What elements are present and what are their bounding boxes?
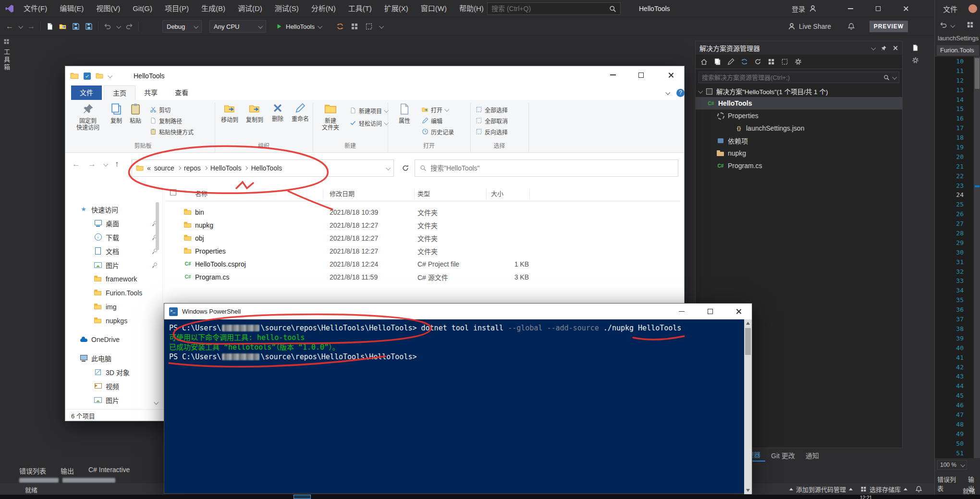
- column-separator[interactable]: [414, 189, 415, 199]
- menu-item[interactable]: 视图(V): [90, 0, 126, 17]
- menu-item[interactable]: 文件(F): [17, 0, 53, 17]
- close-button[interactable]: [895, 0, 917, 17]
- zoom-control[interactable]: 100 %: [937, 460, 967, 470]
- ribbon-move-to-button[interactable]: 移动到: [218, 103, 241, 123]
- quick-access-folder-icon[interactable]: [96, 72, 103, 80]
- ribbon-pin-button[interactable]: 固定到 快速访问: [71, 103, 105, 131]
- scrollbar-thumb[interactable]: [975, 58, 980, 89]
- menu-item[interactable]: 测试(S): [269, 0, 305, 17]
- nav-item[interactable]: OneDrive: [69, 332, 160, 346]
- undo-dropdown-icon[interactable]: [116, 24, 121, 28]
- ribbon-tab[interactable]: 查看: [166, 85, 197, 100]
- menu-item[interactable]: 工具(T): [342, 0, 378, 17]
- ribbon-new-item-button[interactable]: 新建项目: [350, 106, 388, 115]
- start-debugging-button[interactable]: HelloTools: [273, 20, 324, 33]
- column-size[interactable]: 大小: [491, 189, 503, 198]
- toolbar-layout-icon[interactable]: [365, 23, 373, 30]
- explorer-search-input[interactable]: [430, 164, 673, 172]
- live-share-button[interactable]: Live Share: [788, 17, 831, 36]
- back-dropdown-icon[interactable]: [18, 24, 23, 28]
- docked-document-icon[interactable]: [912, 44, 919, 51]
- ribbon-history-button[interactable]: 历史记录: [422, 127, 454, 136]
- breadcrumb-item[interactable]: HelloTools: [251, 164, 282, 172]
- switch-views-icon[interactable]: [714, 58, 721, 65]
- pending-changes-icon[interactable]: [727, 58, 735, 65]
- notifications-bell-icon[interactable]: [915, 486, 922, 493]
- help-icon[interactable]: ?: [676, 89, 685, 97]
- nav-item[interactable]: 快速访问: [69, 202, 160, 216]
- column-type[interactable]: 类型: [417, 189, 430, 198]
- pin-icon[interactable]: [881, 45, 887, 51]
- tree-item[interactable]: Program.cs: [696, 159, 902, 172]
- menu-item[interactable]: 项目(P): [159, 0, 195, 17]
- toolbox-tab[interactable]: 工具箱: [2, 38, 11, 72]
- up-button[interactable]: ↑: [115, 159, 119, 169]
- nav-item[interactable]: 文档: [69, 244, 160, 258]
- sign-in-button[interactable]: 登录: [792, 0, 817, 17]
- explorer-search-box[interactable]: [415, 159, 678, 177]
- ribbon-copy-path-button[interactable]: 复制路径: [150, 116, 182, 125]
- column-separator[interactable]: [486, 189, 487, 199]
- chevron-down-icon[interactable]: [379, 24, 384, 28]
- ribbon-rename-button[interactable]: 重命名: [289, 103, 311, 122]
- select-all-checkbox[interactable]: [170, 189, 176, 195]
- add-to-source-control-button[interactable]: 添加到源代码管理: [789, 485, 853, 494]
- tree-expand-arrow[interactable]: [698, 88, 703, 93]
- console-scrollbar[interactable]: [744, 319, 752, 494]
- menu-item[interactable]: 生成(B): [195, 0, 232, 17]
- nav-item[interactable]: 下载: [69, 230, 160, 244]
- minimize-button[interactable]: [671, 304, 692, 319]
- ribbon-edit-button[interactable]: 编辑: [422, 116, 442, 125]
- menu-item[interactable]: 帮助(H): [453, 0, 490, 17]
- properties-icon[interactable]: [795, 58, 802, 65]
- breadcrumb-item[interactable]: repos: [184, 164, 207, 172]
- hot-reload-icon[interactable]: [336, 23, 344, 30]
- navigate-icon[interactable]: [940, 21, 947, 29]
- scrollbar-thumb[interactable]: [745, 328, 751, 355]
- show-all-files-icon[interactable]: [781, 58, 788, 65]
- open-folder-icon[interactable]: [59, 23, 67, 30]
- breadcrumb-item[interactable]: HelloTools: [210, 164, 248, 172]
- nav-item[interactable]: 视频: [69, 379, 160, 393]
- ribbon-select-none-button[interactable]: 全部取消: [476, 116, 508, 125]
- ribbon-delete-button[interactable]: 删除: [268, 103, 287, 122]
- vs-search-input[interactable]: [491, 5, 609, 12]
- nav-scrollbar-thumb[interactable]: [156, 202, 159, 250]
- maximize-button[interactable]: [867, 0, 889, 17]
- window-layout-icon[interactable]: [967, 21, 974, 28]
- bottom-panel-tab[interactable]: C# Interactive: [88, 466, 130, 475]
- select-repository-button[interactable]: 选择存储库: [860, 485, 907, 494]
- new-project-icon[interactable]: [46, 23, 54, 30]
- panel-tab[interactable]: 错误列表: [937, 475, 961, 493]
- file-row[interactable]: Program.cs 2021/8/18 11:59 C# 源文件 3 KB: [184, 270, 529, 283]
- ribbon-tab[interactable]: 主页: [104, 85, 135, 100]
- ribbon-easy-access-button[interactable]: 轻松访问: [350, 118, 388, 128]
- ribbon-open-button[interactable]: 打开: [422, 105, 448, 114]
- menu-item[interactable]: 分析(N): [305, 0, 342, 17]
- sync-icon[interactable]: [741, 58, 748, 65]
- menu-item[interactable]: Git(G): [126, 0, 159, 17]
- account-avatar[interactable]: [968, 4, 977, 13]
- toolbar-window-icon[interactable]: [351, 23, 358, 30]
- nav-item[interactable]: Furion.Tools: [69, 286, 160, 300]
- document-tab[interactable]: launchSettings: [938, 35, 979, 42]
- nav-item[interactable]: nupkgs: [69, 314, 160, 328]
- tree-item[interactable]: 依赖项: [696, 134, 902, 147]
- ribbon-properties-button[interactable]: 属性: [393, 103, 416, 124]
- address-dropdown-icon[interactable]: [386, 165, 391, 170]
- powershell-titlebar[interactable]: Windows PowerShell: [164, 304, 752, 319]
- nav-item[interactable]: framework: [69, 272, 160, 286]
- menu-item[interactable]: 窗口(W): [415, 0, 453, 17]
- bottom-panel-tab[interactable]: 输出: [61, 466, 74, 475]
- home-icon[interactable]: [700, 58, 708, 65]
- nav-item[interactable]: 图片: [69, 258, 160, 272]
- ribbon-tab[interactable]: 共享: [135, 85, 166, 100]
- minimize-button[interactable]: [603, 66, 623, 84]
- maximize-button[interactable]: [631, 66, 650, 84]
- code-editor[interactable]: 1011121314151617181920212223242526272829…: [935, 57, 980, 458]
- ribbon-copy-button[interactable]: 复制: [107, 103, 126, 124]
- nav-item[interactable]: 桌面: [69, 216, 160, 230]
- editor-scrollbar[interactable]: [974, 57, 980, 458]
- powershell-output[interactable]: PS C:\Users\\source\repos\HelloTools\Hel…: [164, 319, 745, 494]
- active-taskbar-app[interactable]: [294, 495, 311, 499]
